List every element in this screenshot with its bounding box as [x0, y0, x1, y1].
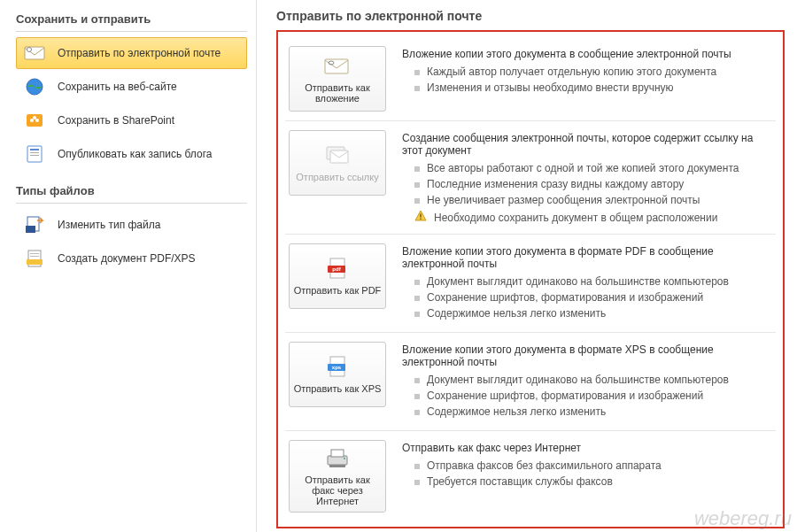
send-email-panel: Отправить как вложение Вложение копии эт… — [276, 30, 785, 528]
envelope-link-icon — [323, 143, 352, 168]
svg-point-5 — [30, 119, 34, 122]
svg-point-7 — [33, 116, 36, 120]
option-send-fax: Отправить как факс через Интернет Отправ… — [285, 431, 776, 521]
bullet-item: Каждый автор получает отдельную копию эт… — [414, 66, 772, 78]
fax-icon — [323, 446, 352, 471]
pdf-icon: pdf — [323, 257, 352, 281]
warning-icon — [414, 210, 427, 225]
bullet-item: Содержимое нельзя легко изменить — [414, 307, 772, 320]
sidebar-item-label: Опубликовать как запись блога — [58, 148, 212, 160]
svg-rect-21 — [330, 150, 348, 163]
sidebar-item-change-filetype[interactable]: Изменить тип файла — [16, 209, 247, 241]
button-label: Отправить как факс через Интернет — [293, 474, 382, 506]
bullet-item: Документ выглядит одинаково на большинст… — [414, 275, 772, 288]
svg-point-33 — [344, 458, 345, 459]
svg-rect-23 — [420, 219, 421, 220]
description-heading: Вложение копии этого документа в сообщен… — [402, 48, 772, 60]
svg-rect-11 — [30, 155, 39, 156]
option-description: Отправить как факс через Интернет Отправ… — [402, 440, 772, 491]
option-send-attachment: Отправить как вложение Вложение копии эт… — [285, 37, 776, 121]
svg-rect-32 — [329, 465, 345, 467]
bullet-item: Последние изменения сразу видны каждому … — [414, 178, 772, 190]
svg-rect-22 — [420, 214, 421, 218]
bullet-item: Все авторы работают с одной и той же коп… — [414, 162, 772, 174]
sidebar-item-label: Изменить тип файла — [58, 219, 160, 231]
button-label: Отправить ссылку — [296, 172, 378, 182]
sidebar: Сохранить и отправить Отправить по элект… — [0, 0, 257, 532]
change-filetype-icon — [24, 214, 45, 235]
main-panel: Отправить по электронной почте Отправить… — [257, 0, 797, 532]
svg-rect-31 — [331, 450, 344, 457]
send-attachment-button[interactable]: Отправить как вложение — [289, 46, 386, 112]
svg-rect-13 — [26, 226, 35, 233]
send-fax-button[interactable]: Отправить как факс через Интернет — [289, 440, 386, 513]
svg-text:pdf: pdf — [332, 266, 341, 272]
sidebar-section-save-send: Сохранить и отправить — [16, 9, 247, 32]
option-send-link: Отправить ссылку Создание сообщения элек… — [285, 121, 776, 235]
button-label: Отправить как XPS — [294, 383, 382, 394]
description-heading: Вложение копии этого документа в формате… — [402, 343, 772, 368]
sidebar-item-label: Сохранить на веб-сайте — [58, 81, 177, 93]
svg-text:xps: xps — [332, 365, 342, 370]
send-link-button: Отправить ссылку — [289, 130, 386, 196]
description-heading: Создание сообщения электронной почты, ко… — [402, 132, 772, 157]
button-label: Отправить как вложение — [293, 82, 382, 104]
bullet-item: Изменения и отзывы необходимо внести вру… — [414, 81, 772, 94]
xps-icon: xps — [323, 355, 352, 380]
sidebar-item-save-sharepoint[interactable]: Сохранить в SharePoint — [16, 104, 247, 136]
option-description: Вложение копии этого документа в формате… — [402, 342, 772, 421]
description-heading: Отправить как факс через Интернет — [402, 442, 772, 454]
globe-icon — [24, 76, 45, 97]
bullet-item: Требуется поставщик службы факсов — [414, 475, 772, 488]
send-xps-button[interactable]: xps Отправить как XPS — [289, 342, 386, 407]
svg-rect-9 — [30, 149, 39, 150]
main-title: Отправить по электронной почте — [276, 9, 785, 23]
svg-rect-10 — [30, 152, 39, 153]
warning-text: Необходимо сохранить документ в общем ра… — [434, 212, 717, 224]
option-send-xps: xps Отправить как XPS Вложение копии это… — [285, 333, 776, 431]
bullet-item: Документ выглядит одинаково на большинст… — [414, 374, 772, 386]
sidebar-item-label: Создать документ PDF/XPS — [58, 252, 196, 265]
svg-rect-16 — [30, 253, 39, 254]
option-send-pdf: pdf Отправить как PDF Вложение копии это… — [285, 235, 776, 333]
button-label: Отправить как PDF — [294, 285, 382, 296]
svg-rect-15 — [27, 259, 43, 265]
sharepoint-icon — [24, 110, 45, 131]
bullet-item: Содержимое нельзя легко изменить — [414, 405, 772, 418]
envelope-icon — [24, 42, 45, 64]
sidebar-section-file-types: Типы файлов — [16, 181, 247, 204]
option-description: Вложение копии этого документа в формате… — [402, 243, 772, 323]
bullet-item: Сохранение шрифтов, форматирования и изо… — [414, 291, 772, 304]
warning-row: Необходимо сохранить документ в общем ра… — [402, 210, 772, 225]
envelope-attach-icon — [323, 54, 352, 79]
sidebar-item-create-pdf-xps[interactable]: Создать документ PDF/XPS — [16, 243, 247, 274]
bullet-item: Отправка факсов без факсимильного аппара… — [414, 459, 772, 472]
pdf-xps-icon — [24, 248, 45, 269]
svg-rect-17 — [30, 256, 39, 257]
sidebar-item-send-email[interactable]: Отправить по электронной почте — [16, 37, 247, 69]
svg-point-6 — [35, 119, 39, 122]
sidebar-item-label: Отправить по электронной почте — [58, 47, 221, 59]
sidebar-item-label: Сохранить в SharePoint — [58, 114, 174, 127]
bullet-item: Сохранение шрифтов, форматирования и изо… — [414, 389, 772, 402]
bullet-item: Не увеличивает размер сообщения электрон… — [414, 194, 772, 206]
svg-point-1 — [27, 48, 32, 52]
sidebar-item-save-web[interactable]: Сохранить на веб-сайте — [16, 71, 247, 103]
svg-rect-8 — [27, 146, 42, 162]
description-heading: Вложение копии этого документа в формате… — [402, 245, 772, 270]
svg-rect-18 — [325, 59, 348, 73]
sidebar-item-publish-blog[interactable]: Опубликовать как запись блога — [16, 138, 247, 170]
blog-icon — [24, 143, 45, 165]
option-description: Создание сообщения электронной почты, ко… — [402, 130, 772, 225]
send-pdf-button[interactable]: pdf Отправить как PDF — [289, 243, 386, 309]
option-description: Вложение копии этого документа в сообщен… — [402, 46, 772, 97]
